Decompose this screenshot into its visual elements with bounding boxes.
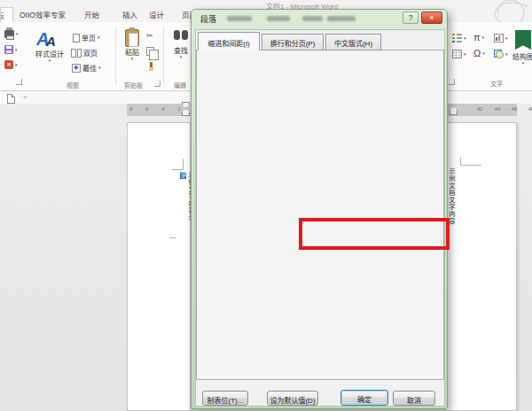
table-icon: [452, 50, 462, 58]
structure-button[interactable]: 结构图 ▾: [512, 30, 532, 66]
binoculars-icon: [174, 30, 188, 40]
chevron-down-icon: ▾: [16, 32, 19, 36]
close-document-button[interactable]: ×▾: [4, 60, 18, 69]
partial-background-tab[interactable]: 板: [0, 7, 13, 22]
margin-crop-mark: [183, 159, 184, 169]
ruler-number: 42: [477, 106, 483, 112]
structure-flag-icon: [515, 30, 531, 50]
ruler-number: 46: [512, 106, 518, 112]
shapes-icon: [494, 50, 504, 58]
chevron-down-icon: ▾: [464, 52, 466, 57]
right-indent-marker[interactable]: [450, 106, 458, 115]
group-dialog-launcher-icon[interactable]: [16, 79, 22, 85]
single-page-button[interactable]: 单页 ▾: [73, 33, 100, 43]
table-button[interactable]: ▾: [452, 50, 466, 58]
copy-button[interactable]: [146, 47, 154, 56]
ruler-number: 2: [177, 106, 180, 112]
ruler-number: 8: [129, 106, 132, 112]
tab-indents-spacing[interactable]: 缩进和间距(I): [198, 32, 260, 50]
blurred-titlebar-text: [267, 16, 290, 21]
shapes-button[interactable]: ▾: [494, 50, 508, 58]
chevron-down-icon: ▾: [482, 51, 485, 56]
bullet-list-icon: [452, 34, 462, 43]
hanging-indent-marker[interactable]: [182, 109, 190, 116]
print-button[interactable]: ▾: [4, 30, 19, 38]
dialog-title: 段落: [200, 13, 216, 25]
equation-button[interactable]: π▾: [473, 33, 484, 43]
paragraph-dialog: 段落 ? × 缩进和间距(I) 换行和分页(P) 中文版式(H) 常规 对齐方式…: [191, 9, 448, 409]
find-button[interactable]: 查找 ▾: [168, 30, 193, 59]
save-button[interactable]: ▾: [4, 45, 18, 54]
blurred-titlebar-text: [302, 16, 323, 21]
save-icon: [4, 45, 13, 54]
clipboard-group-label: 剪贴板: [124, 81, 143, 89]
style-design-icon: AA: [36, 29, 63, 49]
ok-button[interactable]: 确定: [340, 390, 388, 406]
tab-asian-typography[interactable]: 中文版式(H): [325, 34, 381, 50]
omega-icon: Ω: [473, 49, 481, 58]
printer-icon: [4, 30, 14, 38]
format-painter-icon: [146, 62, 155, 71]
qat-customize-icon[interactable]: ÷: [23, 93, 27, 102]
media-chart-icon: [494, 34, 504, 43]
bullet-list-button[interactable]: ▾: [452, 34, 466, 43]
scissors-icon: ✂: [146, 32, 153, 40]
single-page-icon: [73, 34, 80, 43]
close-red-icon: ×: [4, 60, 13, 69]
tab-line-page-breaks[interactable]: 换行和分页(P): [262, 34, 324, 50]
text-dialog-launcher-icon[interactable]: [449, 79, 455, 85]
best-fit-button[interactable]: 最佳 ▾: [72, 63, 101, 73]
tab-oiio[interactable]: OIIO效率专家: [20, 9, 66, 19]
dialog-close-button[interactable]: ×: [421, 12, 442, 24]
selected-character: 字: [180, 172, 186, 179]
paste-clipboard-icon: [125, 29, 139, 47]
cancel-button[interactable]: 取消: [393, 391, 435, 406]
text-group-label: 文字: [490, 79, 503, 88]
style-design-button[interactable]: AA 样式设计 ▾: [32, 29, 67, 63]
dialog-tab-page: [196, 50, 444, 380]
view-group-label: 视图: [66, 81, 79, 89]
edit-group-label: 编辑: [174, 81, 186, 89]
tabs-button[interactable]: 制表位(T)...: [202, 391, 248, 406]
format-painter-button[interactable]: [146, 62, 155, 71]
new-document-icon[interactable]: [7, 94, 15, 104]
document-text-column[interactable]: 示例文档文字内容: [448, 168, 456, 225]
tab-design[interactable]: 设计: [149, 9, 164, 19]
tab-home[interactable]: 开始: [84, 9, 99, 19]
paste-button[interactable]: 粘贴 ▾: [119, 29, 145, 61]
chevron-down-icon: ▾: [98, 66, 101, 70]
tab-insert[interactable]: 插入: [122, 9, 137, 19]
clipboard-dialog-launcher-icon[interactable]: [154, 81, 160, 87]
two-pages-button[interactable]: 双页: [71, 48, 98, 58]
two-pages-icon: [71, 49, 82, 58]
ruler-number: 44: [495, 106, 501, 112]
chevron-down-icon: ▾: [180, 55, 183, 59]
ruler-number: 6: [145, 106, 148, 112]
copy-icon: [146, 47, 154, 56]
chevron-down-icon: ▾: [131, 57, 134, 61]
red-highlight-box: [299, 218, 450, 250]
symbol-button[interactable]: Ω▾: [473, 49, 485, 58]
first-line-indent-marker[interactable]: [182, 102, 190, 108]
set-default-button[interactable]: 设为默认值(D): [267, 391, 318, 406]
ruler-number: 4: [161, 106, 164, 112]
chevron-down-icon: ▾: [98, 35, 100, 40]
chevron-down-icon: ▾: [49, 58, 51, 63]
pi-icon: π: [473, 33, 481, 43]
chevron-down-icon: ▾: [482, 35, 485, 40]
group-separator: [163, 27, 164, 85]
margin-crop-mark: [460, 165, 481, 166]
chevron-down-icon: ▾: [464, 36, 466, 41]
group-separator: [115, 27, 116, 85]
document-page-left[interactable]: [127, 122, 191, 411]
dialog-help-button[interactable]: ?: [403, 12, 419, 24]
blurred-titlebar-text: [227, 16, 252, 21]
margin-crop-mark: [169, 237, 176, 238]
margin-crop-mark: [460, 158, 461, 165]
cut-button[interactable]: ✂: [146, 32, 153, 40]
chevron-down-icon: ▾: [522, 61, 525, 66]
chevron-down-icon: ▾: [15, 48, 18, 52]
media-button[interactable]: ▾: [494, 34, 508, 43]
chevron-down-icon: ▾: [505, 36, 508, 41]
best-fit-icon: [72, 64, 81, 73]
